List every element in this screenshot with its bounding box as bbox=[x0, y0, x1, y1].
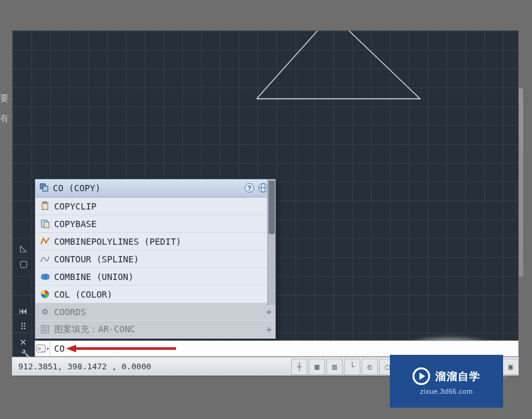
autocomplete-list: COPYCLIPCOPYBASECOMBINEPOLYLINES (PEDIT)… bbox=[35, 198, 275, 338]
coordinates-readout: 912.3851, 398.1472 , 0.0000 bbox=[12, 362, 169, 371]
autocomplete-item[interactable]: COORDS+ bbox=[35, 303, 275, 321]
svg-point-15 bbox=[43, 311, 46, 313]
clipboard-icon bbox=[39, 201, 50, 212]
autocomplete-title: CO (COPY) bbox=[53, 183, 244, 193]
autocomplete-item[interactable]: CONTOUR (SPLINE) bbox=[35, 250, 275, 268]
expand-icon[interactable]: + bbox=[267, 307, 272, 317]
svg-rect-16 bbox=[41, 326, 48, 333]
watermark-badge: 溜溜自学 zixue.3d66.com bbox=[390, 355, 503, 408]
autocomplete-item-label: COMBINE (UNION) bbox=[54, 272, 133, 282]
spline-icon bbox=[39, 254, 50, 265]
grid-display[interactable]: ▥ bbox=[326, 359, 343, 375]
left-toolbar: ◺ ▢ ⏮ ⠿ ✕ bbox=[12, 240, 35, 350]
command-input[interactable] bbox=[50, 344, 518, 354]
watermark-subtitle: zixue.3d66.com bbox=[420, 388, 473, 395]
command-prompt-icon[interactable]: >_ ▾ bbox=[35, 341, 50, 356]
autocomplete-item[interactable]: COL (COLOR) bbox=[35, 286, 275, 303]
autocomplete-item-label: COPYCLIP bbox=[54, 201, 96, 211]
autocomplete-item[interactable]: COMBINE (UNION) bbox=[35, 268, 275, 286]
grid-toggle[interactable]: ▦ bbox=[309, 359, 325, 375]
snap-toggle[interactable]: ┼ bbox=[291, 359, 308, 375]
help-icon[interactable]: ? bbox=[244, 182, 255, 194]
model-toggle[interactable]: ▣ bbox=[502, 359, 519, 375]
color-icon bbox=[39, 289, 50, 300]
autocomplete-item[interactable]: COMBINEPOLYLINES (PEDIT) bbox=[35, 233, 275, 250]
rewind-icon[interactable]: ⏮ bbox=[12, 303, 35, 318]
svg-text:>_: >_ bbox=[38, 345, 45, 352]
autocomplete-scrollbar[interactable] bbox=[267, 179, 275, 305]
autocomplete-item-label: CONTOUR (SPLINE) bbox=[54, 254, 139, 264]
grip-icon[interactable]: ⠿ bbox=[12, 318, 35, 334]
autocomplete-item[interactable]: 图案填充：AR-CONC+ bbox=[35, 321, 275, 338]
svg-point-12 bbox=[43, 274, 50, 280]
ortho-toggle[interactable]: └ bbox=[344, 359, 360, 375]
polar-toggle[interactable]: ◴ bbox=[362, 359, 378, 375]
side-caption: 要 有 bbox=[0, 88, 9, 128]
autocomplete-item-label: 图案填充：AR-CONC bbox=[54, 324, 135, 335]
svg-text:?: ? bbox=[247, 184, 252, 192]
svg-rect-8 bbox=[43, 202, 47, 204]
autocomplete-item-label: COMBINEPOLYLINES (PEDIT) bbox=[54, 237, 181, 247]
expand-icon[interactable]: + bbox=[267, 325, 272, 335]
paste-icon bbox=[39, 218, 50, 230]
play-icon bbox=[413, 367, 430, 385]
svg-rect-1 bbox=[43, 186, 48, 191]
gear-icon bbox=[39, 306, 50, 318]
scrollbar-thumb[interactable] bbox=[269, 181, 275, 234]
layout-square-icon[interactable]: ▢ bbox=[12, 255, 35, 271]
svg-rect-10 bbox=[44, 222, 49, 228]
union-icon bbox=[39, 271, 50, 282]
autocomplete-item-label: COORDS bbox=[54, 307, 86, 317]
autocomplete-item-label: COL (COLOR) bbox=[54, 289, 113, 299]
polyline-icon bbox=[39, 236, 50, 247]
layout-icon[interactable]: ◺ bbox=[12, 240, 35, 255]
hatch-icon bbox=[39, 324, 50, 335]
watermark-title: 溜溜自学 bbox=[435, 369, 480, 384]
autocomplete-item[interactable]: COPYBASE bbox=[35, 215, 275, 233]
autocomplete-header: CO (COPY) ? bbox=[35, 179, 275, 198]
autocomplete-item[interactable]: COPYCLIP bbox=[35, 198, 275, 215]
copy-command-icon bbox=[39, 182, 50, 194]
command-autocomplete: CO (COPY) ? COPYCLIPCOPYBASECOMBINEPOLYL… bbox=[35, 179, 276, 339]
autocomplete-item-label: COPYBASE bbox=[54, 219, 96, 229]
